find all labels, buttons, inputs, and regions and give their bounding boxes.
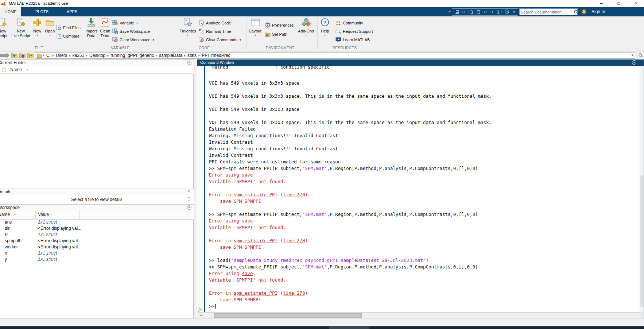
save-workspace-button[interactable]: Save Workspace — [112, 28, 150, 35]
sign-in-link[interactable]: Sign In — [591, 9, 605, 14]
new-script-button[interactable]: New Script — [0, 18, 10, 38]
search-icon[interactable] — [574, 9, 579, 15]
tab-plots[interactable]: PLOTS — [27, 7, 57, 16]
workspace-column-header[interactable]: Name ▲ Value — [0, 210, 194, 220]
details-collapse-icon[interactable]: ▼ — [187, 190, 190, 193]
run-and-time-button[interactable]: Run and Time — [199, 28, 231, 35]
details-spinner[interactable]: ▲▼ — [186, 196, 191, 203]
learn-matlab-button[interactable]: Learn MATLAB — [335, 36, 370, 43]
command-window-menu-icon[interactable] — [632, 60, 637, 65]
command-window-horizontal-scrollbar[interactable]: ◂ — [198, 312, 640, 318]
command-window-output[interactable]: method : condition specific VOI has 549 … — [205, 66, 640, 312]
analyze-code-button[interactable]: Analyze Code — [199, 20, 231, 26]
error-hyperlink[interactable]: line 270 — [283, 290, 305, 296]
forward-icon[interactable] — [3, 53, 9, 58]
error-hyperlink[interactable]: spm_estimate_PPI — [234, 192, 278, 197]
find-files-icon — [56, 25, 62, 31]
set-path-button[interactable]: Set Path — [265, 31, 287, 38]
browse-folder-icon[interactable] — [19, 53, 26, 58]
open-button[interactable]: Open ▼ — [43, 18, 57, 36]
command-window-header[interactable]: Command Window — [197, 59, 644, 66]
breadcrumb-segment[interactable]: Desktop — [89, 53, 106, 58]
workspace-menu-icon[interactable] — [187, 205, 192, 210]
undo-icon[interactable]: ↶ — [484, 10, 487, 14]
command-window-vertical-scrollbar[interactable] — [640, 66, 644, 312]
search-documentation-input[interactable] — [520, 10, 574, 14]
help-button[interactable]: ? Help ▼ — [317, 18, 333, 36]
breadcrumb-segment[interactable]: sampleData — [158, 53, 183, 58]
workspace-row[interactable]: y1x1 struct — [0, 256, 194, 263]
up-folder-icon[interactable] — [11, 53, 18, 58]
favorites-caret-icon: ▼ — [179, 34, 196, 36]
details-panel-header[interactable]: Details ▼ — [0, 189, 194, 195]
current-folder-menu-icon[interactable] — [187, 60, 192, 65]
console-line: Variable 'SPMPPI' not found. — [209, 224, 640, 231]
scroll-left-icon[interactable]: ◂ — [200, 313, 202, 317]
preferences-button[interactable]: Preferences — [265, 22, 294, 28]
new-live-script-button[interactable]: New Live Script — [11, 18, 31, 38]
tab-apps[interactable]: APPS — [58, 7, 86, 16]
address-search-icon[interactable] — [638, 53, 643, 58]
current-folder-column-header[interactable]: Name ▲ — [0, 66, 194, 74]
notification-bell-icon[interactable] — [581, 9, 587, 15]
horizontal-scroll-thumb[interactable] — [214, 313, 362, 318]
refresh-folder-icon[interactable] — [27, 53, 34, 58]
breadcrumb-caret-icon[interactable]: ▼ — [631, 54, 634, 57]
breadcrumb-segment[interactable]: running_gPPI_generic — [110, 53, 155, 58]
layout-button[interactable]: Layout ▼ — [248, 18, 263, 36]
error-hyperlink[interactable]: spm_estimate_PPI — [234, 238, 278, 243]
redo-icon[interactable]: ↷ — [490, 10, 493, 14]
compare-button[interactable]: Compare — [56, 33, 79, 39]
cut-icon[interactable]: ✂ — [462, 10, 465, 14]
community-button[interactable]: Community — [335, 20, 363, 26]
workspace-column-divider[interactable] — [35, 210, 36, 219]
breadcrumb-segment[interactable]: C: — [46, 53, 51, 58]
breadcrumb-segment[interactable]: Users — [55, 53, 68, 58]
error-hyperlink[interactable]: line 270 — [283, 238, 305, 243]
error-hyperlink[interactable]: save — [242, 218, 253, 224]
new-window-icon[interactable] — [497, 10, 501, 15]
paste-icon[interactable] — [476, 10, 480, 15]
import-data-button[interactable]: Import Data — [83, 18, 99, 38]
clear-workspace-button[interactable]: Clear Workspace ▼ — [112, 36, 155, 43]
error-hyperlink[interactable]: save — [242, 172, 253, 178]
clean-data-button[interactable]: Clean Data — [98, 18, 112, 38]
workspace-row[interactable]: workdir<Error displaying val... — [0, 244, 194, 250]
minimize-button[interactable]: – — [595, 0, 608, 7]
error-hyperlink[interactable]: line 270 — [283, 192, 305, 197]
qat-more-icon[interactable]: ▼ — [512, 10, 515, 14]
variable-button[interactable]: Variable ▼ — [112, 20, 138, 26]
workspace-row[interactable]: P1x1 struct — [0, 232, 194, 238]
panel-splitter[interactable] — [194, 59, 197, 318]
error-hyperlink[interactable]: spm_estimate_PPI — [234, 290, 278, 296]
new-button[interactable]: New ▼ — [31, 18, 44, 36]
request-support-button[interactable]: Request Support — [335, 28, 373, 35]
help-caret-icon: ▼ — [317, 34, 333, 36]
error-hyperlink[interactable]: save — [242, 271, 253, 276]
command-prompt-line[interactable]: >> — [209, 303, 640, 310]
window-title: MATLAB R2023a - academic use — [9, 1, 68, 5]
find-files-button[interactable]: Find Files — [56, 24, 81, 31]
close-button[interactable]: × — [630, 0, 643, 7]
copy-icon[interactable] — [469, 10, 473, 15]
tab-home[interactable]: HOME — [0, 7, 21, 16]
workspace-row[interactable]: x1x1 struct — [0, 250, 194, 256]
workspace-column-divider[interactable] — [79, 210, 80, 219]
clear-commands-button[interactable]: Clear Commands ▼ — [199, 36, 242, 43]
help-circle-icon[interactable]: ? — [505, 9, 509, 15]
variable-value: 1x1 struct — [38, 257, 57, 262]
maximize-button[interactable]: □ — [613, 0, 625, 7]
workspace-row[interactable]: dir<Error displaying val... — [0, 225, 194, 232]
learn-matlab-icon — [335, 37, 341, 43]
breadcrumb-segment[interactable]: PPI_rmedPrec — [201, 53, 231, 58]
back-icon[interactable] — [0, 53, 3, 58]
workspace-row[interactable]: ans1x1 struct — [0, 219, 194, 225]
vertical-scroll-thumb[interactable] — [640, 175, 644, 307]
workspace-row[interactable]: spmpath<Error displaying val... — [0, 238, 194, 244]
add-ons-button[interactable]: Add-Ons ▼ — [296, 18, 316, 36]
breadcrumb-segment[interactable]: stats — [187, 53, 197, 58]
breadcrumb-segment[interactable]: ka251 — [71, 53, 85, 58]
favorites-button[interactable]: » Favorites ▼ — [179, 18, 196, 36]
ribbon-section-code: CODE — [182, 46, 226, 50]
save-icon[interactable] — [455, 10, 459, 15]
